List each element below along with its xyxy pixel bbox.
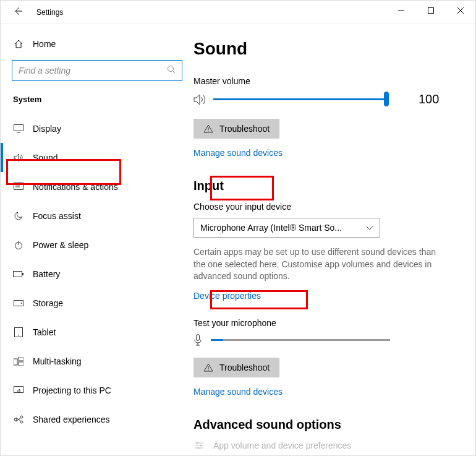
main-content: Sound Master volume 100 Troubleshoot Man… <box>193 24 475 455</box>
sound-icon <box>13 153 24 162</box>
svg-rect-21 <box>19 362 23 366</box>
troubleshoot-label: Troubleshoot <box>219 363 270 372</box>
search-icon <box>167 65 176 76</box>
search-box[interactable] <box>12 60 182 81</box>
svg-rect-19 <box>14 359 17 365</box>
sidebar-item-notifications[interactable]: Notifications & actions <box>1 172 193 201</box>
troubleshoot-label: Troubleshoot <box>219 124 270 134</box>
sidebar-item-label: Display <box>33 124 61 134</box>
svg-rect-13 <box>14 271 22 277</box>
storage-icon <box>13 300 24 306</box>
svg-point-23 <box>14 418 17 421</box>
sidebar-item-label: Tablet <box>33 327 56 337</box>
sidebar-item-label: Sound <box>33 153 57 163</box>
back-icon[interactable] <box>13 6 23 19</box>
sidebar-item-label: Shared experiences <box>33 415 110 424</box>
svg-rect-6 <box>14 124 23 131</box>
svg-point-27 <box>208 131 208 131</box>
sidebar-item-label: Focus assist <box>33 211 81 221</box>
input-help-text: Certain apps may be set up to use differ… <box>193 246 447 283</box>
display-icon <box>13 124 24 133</box>
svg-point-34 <box>197 442 198 444</box>
home-label: Home <box>33 39 56 49</box>
shared-icon <box>13 415 24 424</box>
microphone-icon <box>193 334 202 346</box>
volume-slider[interactable] <box>213 98 386 100</box>
svg-rect-1 <box>428 8 434 14</box>
input-device-value: Microphone Array (Intel® Smart So... <box>200 223 342 233</box>
input-heading: Input <box>193 179 467 193</box>
power-icon <box>13 240 24 250</box>
battery-icon <box>13 271 24 277</box>
warning-icon <box>203 124 213 133</box>
sidebar-item-projecting[interactable]: Projecting to this PC <box>1 376 193 405</box>
sidebar-item-label: Notifications & actions <box>33 182 118 192</box>
svg-rect-20 <box>19 357 23 361</box>
sidebar-item-battery[interactable]: Battery <box>1 259 193 288</box>
test-mic-label: Test your microphone <box>193 318 467 328</box>
window-title: Settings <box>36 8 63 17</box>
input-device-select[interactable]: Microphone Array (Intel® Smart So... <box>193 218 380 238</box>
sidebar-item-storage[interactable]: Storage <box>1 288 193 317</box>
app-volume-icon <box>193 441 205 450</box>
sidebar-item-sound[interactable]: Sound <box>1 143 193 172</box>
manage-input-devices-link[interactable]: Manage sound devices <box>193 387 283 397</box>
home-button[interactable]: Home <box>1 39 193 60</box>
tablet-icon <box>13 327 24 337</box>
sidebar-item-display[interactable]: Display <box>1 114 193 143</box>
svg-point-36 <box>198 447 200 449</box>
app-volume-label[interactable]: App volume and device preferences <box>213 441 351 450</box>
sidebar-item-label: Projecting to this PC <box>33 385 111 395</box>
svg-point-25 <box>20 421 23 423</box>
mic-level-meter <box>211 339 390 341</box>
svg-rect-28 <box>197 334 200 340</box>
svg-point-30 <box>208 369 208 370</box>
sidebar-item-label: Power & sleep <box>33 240 88 250</box>
window-controls <box>386 1 475 20</box>
sidebar-item-shared-experiences[interactable]: Shared experiences <box>1 405 193 434</box>
group-title: System <box>1 95 193 114</box>
device-properties-link[interactable]: Device properties <box>193 291 261 301</box>
minimize-button[interactable] <box>386 1 416 20</box>
chevron-down-icon <box>366 223 373 233</box>
focus-assist-icon <box>13 211 24 221</box>
home-icon <box>13 39 24 49</box>
projecting-icon <box>13 386 24 395</box>
sidebar: Home System Display Sound Notifications … <box>1 24 193 455</box>
svg-line-5 <box>173 71 176 74</box>
svg-point-4 <box>168 66 174 72</box>
warning-icon <box>203 363 213 372</box>
svg-rect-14 <box>22 273 23 275</box>
svg-point-35 <box>200 444 202 446</box>
svg-point-24 <box>20 416 23 418</box>
maximize-button[interactable] <box>416 1 446 20</box>
speaker-icon[interactable] <box>193 94 207 105</box>
notifications-icon <box>13 183 24 191</box>
close-button[interactable] <box>446 1 475 20</box>
sidebar-item-multitasking[interactable]: Multi-tasking <box>1 346 193 376</box>
svg-rect-8 <box>14 183 23 189</box>
svg-point-16 <box>21 303 22 304</box>
troubleshoot-output-button[interactable]: Troubleshoot <box>193 119 279 139</box>
sidebar-item-power-sleep[interactable]: Power & sleep <box>1 230 193 259</box>
choose-input-label: Choose your input device <box>193 202 467 212</box>
sidebar-item-label: Storage <box>33 298 63 308</box>
manage-output-devices-link[interactable]: Manage sound devices <box>193 148 283 158</box>
sidebar-item-focus-assist[interactable]: Focus assist <box>1 201 193 230</box>
sidebar-item-label: Battery <box>33 269 60 279</box>
advanced-heading: Advanced sound options <box>193 418 467 432</box>
troubleshoot-input-button[interactable]: Troubleshoot <box>193 358 279 377</box>
slider-thumb[interactable] <box>384 92 389 106</box>
page-title: Sound <box>193 39 467 59</box>
sidebar-item-tablet[interactable]: Tablet <box>1 317 193 346</box>
search-input[interactable] <box>19 66 167 75</box>
sidebar-item-label: Multi-tasking <box>33 356 82 366</box>
volume-value: 100 <box>419 92 439 106</box>
svg-point-18 <box>18 335 19 336</box>
multitasking-icon <box>13 357 24 366</box>
master-volume-label: Master volume <box>193 76 467 86</box>
